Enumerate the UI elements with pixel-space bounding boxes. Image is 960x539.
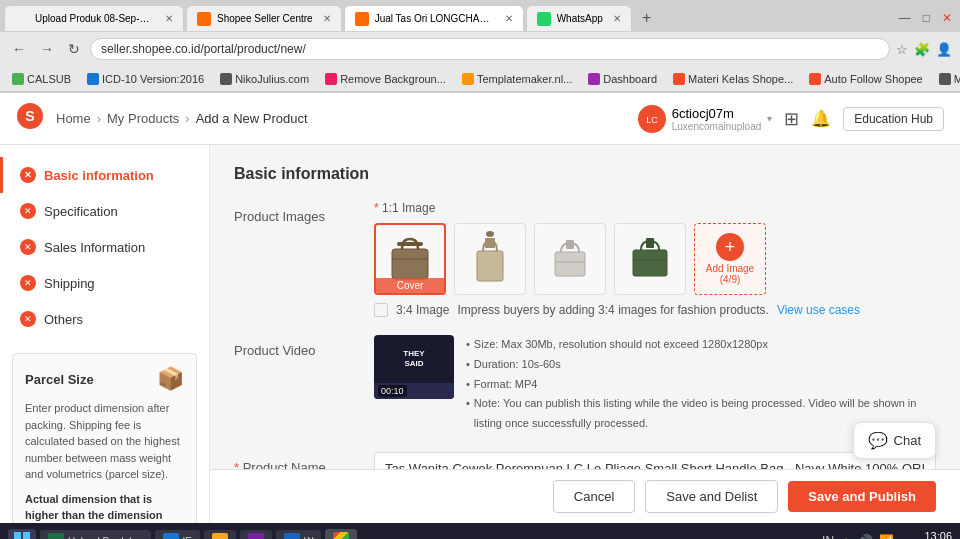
url-bar[interactable]: seller.shopee.co.id/portal/product/new/ (90, 38, 890, 60)
forward-button[interactable]: → (36, 39, 58, 59)
user-info[interactable]: LC 6ctiocj07m Luxencomainupload ▾ (638, 105, 773, 133)
minimize-button[interactable]: — (895, 9, 915, 27)
tab-4[interactable]: WhatsApp ✕ (526, 5, 632, 31)
product-image-2[interactable] (454, 223, 526, 295)
video-notes: • Size: Max 30Mb, resolution should not … (466, 335, 936, 434)
bottom-bar: Cancel Save and Delist Save and Publish (210, 469, 960, 523)
refresh-button[interactable]: ↻ (64, 39, 84, 59)
browser-chrome: Upload Produk 08-Sep-2023.xlsx ✕ Shopee … (0, 0, 960, 93)
bookmark-label-removebg: Remove Backgroun... (340, 73, 446, 85)
bookmark-member[interactable]: Member Area – Me... (935, 72, 960, 86)
taskbar-app-folder[interactable] (204, 530, 236, 539)
bookmark-label-materi: Materi Kelas Shope... (688, 73, 793, 85)
maximize-button[interactable]: □ (919, 9, 934, 27)
product-video-value: THEY SAID 00:10 (374, 335, 936, 434)
section-title: Basic information (234, 165, 936, 183)
windows-icon (14, 532, 30, 540)
sidebar-item-others[interactable]: ✕ Others (0, 301, 209, 337)
tab-close-4[interactable]: ✕ (613, 13, 621, 24)
education-hub-button[interactable]: Education Hub (843, 107, 944, 131)
profile-icon[interactable]: 👤 (936, 42, 952, 57)
cancel-button[interactable]: Cancel (553, 480, 635, 513)
tab-3[interactable]: Jual Tas Ori LONGCHAM Le Piag... ✕ (344, 5, 524, 31)
breadcrumb: Home › My Products › Add a New Product (56, 111, 308, 126)
tray-wifi-icon[interactable]: 📶 (879, 534, 894, 539)
product-image-4[interactable] (614, 223, 686, 295)
bookmark-icon-autofollow (809, 73, 821, 85)
bookmark-star-icon[interactable]: ☆ (896, 42, 908, 57)
close-browser-button[interactable]: ✕ (938, 9, 956, 27)
bag-image-2-svg (467, 231, 513, 287)
sidebar-item-specification[interactable]: ✕ Specification (0, 193, 209, 229)
sidebar-item-sales-information[interactable]: ✕ Sales Information (0, 229, 209, 265)
user-name: 6ctiocj07m (672, 106, 762, 121)
bullet-4: • (466, 394, 470, 434)
video-thumbnail[interactable]: THEY SAID 00:10 (374, 335, 454, 399)
tab-1[interactable]: Upload Produk 08-Sep-2023.xlsx ✕ (4, 5, 184, 31)
bookmark-calsub[interactable]: CALSUB (8, 72, 75, 86)
bookmark-templatemaker[interactable]: Templatemaker.nl... (458, 72, 576, 86)
tab-label-3: Jual Tas Ori LONGCHAM Le Piag... (375, 13, 495, 24)
extension-puzzle-icon[interactable]: 🧩 (914, 42, 930, 57)
tab-close-2[interactable]: ✕ (323, 13, 331, 24)
bookmark-icon-dashboard (588, 73, 600, 85)
sidebar-item-basic-information[interactable]: ✕ Basic information (0, 157, 209, 193)
tab-close-3[interactable]: ✕ (505, 13, 513, 24)
ratio-hint: Impress buyers by adding 3:4 images for … (457, 303, 769, 317)
breadcrumb-sep-1: › (97, 111, 101, 126)
view-use-cases-link[interactable]: View use cases (777, 303, 860, 317)
bookmark-label-member: Member Area – Me... (954, 73, 960, 85)
time-display: 13:06 (902, 530, 952, 540)
tray-up-icon[interactable]: ▲ (840, 534, 852, 539)
taskbar-app-word[interactable]: W (276, 530, 321, 539)
product-image-1[interactable]: Cover (374, 223, 446, 295)
bookmark-materi[interactable]: Materi Kelas Shope... (669, 72, 797, 86)
add-image-button[interactable]: + Add Image (4/9) (694, 223, 766, 295)
bookmark-icd10[interactable]: ICD-10 Version:2016 (83, 72, 208, 86)
sidebar-dot-specification: ✕ (20, 203, 36, 219)
taskbar-app-xlsx[interactable]: Upload Produk... (40, 530, 151, 539)
svg-rect-10 (555, 252, 585, 276)
save-and-delist-button[interactable]: Save and Delist (645, 480, 778, 513)
taskbar-app-xlsx-label: Upload Produk... (68, 536, 143, 540)
nav-right: LC 6ctiocj07m Luxencomainupload ▾ ⊞ 🔔 Ed… (638, 105, 944, 133)
bookmark-nikojulius[interactable]: NikoJulius.com (216, 72, 313, 86)
avatar-svg: LC (638, 105, 666, 133)
image-hint-text: 1:1 Image (382, 201, 435, 215)
breadcrumb-products[interactable]: My Products (107, 111, 179, 126)
plus-icon: + (725, 238, 736, 256)
chat-fab[interactable]: 💬 Chat (853, 422, 936, 459)
taskbar-app-ie[interactable]: IE (155, 530, 200, 539)
ratio-checkbox[interactable] (374, 303, 388, 317)
sidebar: ✕ Basic information ✕ Specification ✕ Sa… (0, 145, 210, 523)
tab-2[interactable]: Shopee Seller Centre ✕ (186, 5, 342, 31)
back-button[interactable]: ← (8, 39, 30, 59)
image-grid: Cover (374, 223, 936, 295)
tray-speaker-icon[interactable]: 🔊 (858, 534, 873, 539)
product-image-3[interactable] (534, 223, 606, 295)
product-name-input[interactable] (374, 452, 936, 469)
svg-rect-8 (485, 238, 495, 248)
bookmark-icon-calsub (12, 73, 24, 85)
sidebar-item-shipping[interactable]: ✕ Shipping (0, 265, 209, 301)
chevron-down-icon: ▾ (767, 113, 772, 124)
bookmark-label-autofollow: Auto Follow Shopee (824, 73, 922, 85)
taskbar-app-chrome[interactable] (325, 529, 357, 539)
bullet-2: • (466, 355, 470, 375)
tab-close-1[interactable]: ✕ (165, 13, 173, 24)
bookmark-autofollow[interactable]: Auto Follow Shopee (805, 72, 926, 86)
taskbar-app-media[interactable] (240, 530, 272, 539)
bag-image-3-svg (547, 234, 593, 284)
bell-icon[interactable]: 🔔 (811, 109, 831, 128)
tab-favicon-2 (197, 12, 211, 26)
bookmark-dashboard[interactable]: Dashboard (584, 72, 661, 86)
video-note-3: • Format: MP4 (466, 375, 936, 395)
start-button[interactable] (8, 529, 36, 540)
bookmark-removebg[interactable]: Remove Backgroun... (321, 72, 450, 86)
save-and-publish-button[interactable]: Save and Publish (788, 481, 936, 512)
image-ratio-row: 3:4 Image Impress buyers by adding 3:4 i… (374, 303, 936, 317)
new-tab-button[interactable]: + (634, 5, 660, 31)
breadcrumb-home[interactable]: Home (56, 111, 91, 126)
word-icon (284, 533, 300, 539)
grid-icon[interactable]: ⊞ (784, 108, 799, 130)
